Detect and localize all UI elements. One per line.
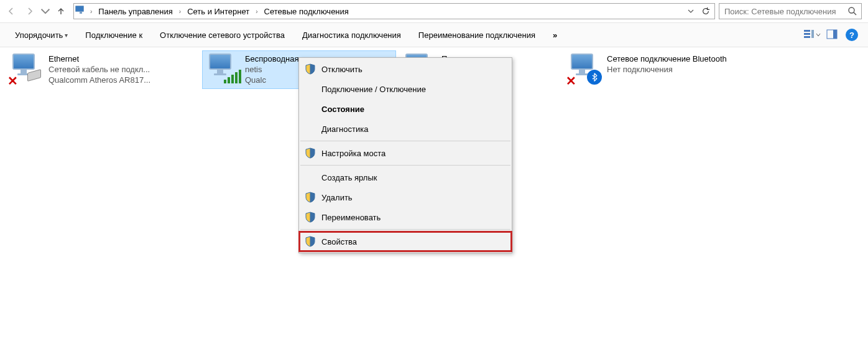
address-bar: › Панель управления › Сеть и Интернет › … [0, 0, 868, 22]
breadcrumb-network-connections[interactable]: Сетевые подключения [262, 4, 351, 19]
ctx-diagnostics[interactable]: Диагностика [299, 119, 512, 139]
preview-pane-icon [826, 29, 838, 42]
control-panel-icon [75, 6, 86, 17]
back-button[interactable] [2, 2, 20, 20]
context-menu: Отключить Подключение / Отключение Состо… [298, 57, 512, 253]
arrow-up-icon [56, 6, 66, 16]
ctx-connect-disconnect[interactable]: Подключение / Отключение [299, 79, 512, 99]
ctx-separator [300, 229, 510, 230]
diagnose-connection-button[interactable]: Диагностика подключения [293, 23, 410, 47]
ctx-status[interactable]: Состояние [299, 99, 512, 119]
breadcrumb-network-internet[interactable]: Сеть и Интернет [185, 4, 252, 19]
forward-button[interactable] [21, 2, 39, 20]
disconnected-x-icon: ✕ [566, 73, 576, 88]
connection-name: Сетевое подключение Bluetooth [607, 54, 727, 64]
connection-status: Сетевой кабель не подкл... [48, 64, 150, 75]
breadcrumb-separator: › [89, 8, 93, 15]
svg-point-0 [849, 7, 854, 13]
ctx-label: Диагностика [321, 124, 368, 134]
search-box[interactable] [719, 3, 862, 19]
organize-menu[interactable]: Упорядочить [6, 23, 76, 47]
svg-rect-6 [833, 30, 837, 39]
overflow-button[interactable]: » [544, 23, 566, 47]
ctx-rename[interactable]: Переименовать [299, 207, 512, 227]
bluetooth-icon: ✕ [567, 54, 603, 86]
preview-pane-button[interactable] [823, 26, 841, 44]
address-dropdown[interactable] [683, 4, 698, 19]
up-button[interactable] [52, 2, 70, 20]
ctx-label: Удалить [321, 193, 353, 202]
connection-name: Ethernet [48, 54, 150, 64]
breadcrumb-bar[interactable]: › Панель управления › Сеть и Интернет › … [73, 3, 715, 19]
ctx-bridge[interactable]: Настройка моста [299, 143, 512, 163]
view-details-icon [803, 29, 815, 42]
connect-to-button[interactable]: Подключение к [76, 23, 151, 47]
svg-rect-3 [804, 36, 810, 38]
search-input[interactable] [723, 6, 847, 17]
ethernet-icon: ✕ [9, 54, 45, 86]
shield-icon [305, 236, 315, 247]
ctx-properties[interactable]: Свойства [299, 232, 512, 251]
ctx-label: Переименовать [321, 213, 381, 222]
rename-connection-button[interactable]: Переименование подключения [410, 23, 544, 47]
help-button[interactable]: ? [843, 26, 861, 44]
connection-ethernet[interactable]: ✕ Ethernet Сетевой кабель не подкл... Qu… [6, 51, 199, 88]
ctx-separator [300, 165, 510, 166]
svg-rect-1 [804, 30, 810, 32]
connection-bluetooth[interactable]: ✕ Сетевое подключение Bluetooth Нет подк… [565, 51, 757, 88]
ctx-separator [300, 141, 510, 141]
shield-icon [305, 212, 315, 223]
svg-rect-4 [811, 30, 814, 38]
disconnected-x-icon: ✕ [7, 73, 18, 88]
ctx-label: Создать ярлык [321, 173, 377, 182]
shield-icon [305, 63, 315, 75]
shield-icon [305, 192, 315, 203]
disable-device-button[interactable]: Отключение сетевого устройства [151, 23, 293, 47]
connection-status: Нет подключения [607, 64, 727, 75]
ctx-create-shortcut[interactable]: Создать ярлык [299, 167, 512, 187]
refresh-icon [701, 7, 710, 16]
ctx-label: Отключить [321, 65, 362, 74]
ctx-disconnect[interactable]: Отключить [299, 59, 512, 79]
shield-icon [305, 147, 315, 159]
view-options-button[interactable] [803, 26, 821, 44]
bluetooth-badge-icon [587, 70, 602, 85]
svg-rect-2 [804, 33, 810, 35]
arrow-left-icon [6, 6, 16, 16]
ctx-label: Свойства [321, 237, 357, 246]
arrow-right-icon [25, 6, 35, 16]
connection-device: Qualcomm Atheros AR817... [48, 75, 150, 85]
help-icon: ? [846, 29, 858, 41]
chevron-down-icon [816, 32, 821, 37]
ctx-label: Подключение / Отключение [321, 85, 426, 94]
recent-button[interactable] [40, 2, 51, 20]
chevron-down-icon [40, 6, 50, 16]
breadcrumb-separator: › [254, 8, 259, 15]
search-icon [847, 6, 857, 16]
command-bar: Упорядочить Подключение к Отключение сет… [0, 22, 868, 47]
breadcrumb-control-panel[interactable]: Панель управления [96, 4, 175, 19]
wifi-icon [205, 54, 241, 86]
chevron-down-icon [688, 8, 694, 14]
breadcrumb-separator: › [178, 8, 182, 15]
ctx-label: Состояние [321, 105, 364, 114]
refresh-button[interactable] [698, 4, 713, 19]
ctx-label: Настройка моста [321, 149, 386, 158]
ctx-delete[interactable]: Удалить [299, 187, 512, 207]
